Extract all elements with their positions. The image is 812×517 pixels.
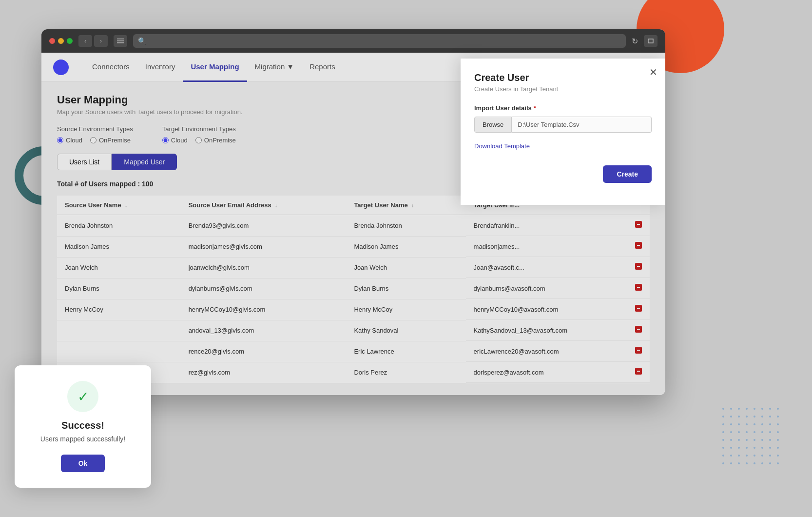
checkmark-icon: ✓ [77, 389, 89, 405]
browser-window: ‹ › 🔍 ↻ Connectors [41, 29, 665, 395]
modal-close-button[interactable]: ✕ [649, 66, 657, 78]
success-icon: ✓ [67, 381, 98, 412]
success-message: Users mapped successfully! [34, 435, 132, 443]
modal-title: Create User [474, 72, 652, 83]
dot-grid-decoration [722, 408, 783, 468]
required-indicator: * [534, 104, 536, 112]
create-user-modal: ✕ Create User Create Users in Target Ten… [461, 59, 665, 205]
import-label: Import User details * [474, 104, 652, 112]
ok-button[interactable]: Ok [61, 455, 105, 472]
create-button[interactable]: Create [603, 165, 652, 183]
file-path-input[interactable] [512, 117, 652, 133]
success-title: Success! [34, 420, 132, 431]
download-template-link[interactable]: Download Template [474, 142, 652, 150]
file-input-row: Browse [474, 117, 652, 133]
modal-subtitle: Create Users in Target Tenant [474, 85, 652, 93]
modal-overlay: ✕ Create User Create Users in Target Ten… [41, 29, 665, 395]
success-toast: ✓ Success! Users mapped successfully! Ok [15, 365, 151, 488]
browse-button[interactable]: Browse [474, 117, 512, 133]
